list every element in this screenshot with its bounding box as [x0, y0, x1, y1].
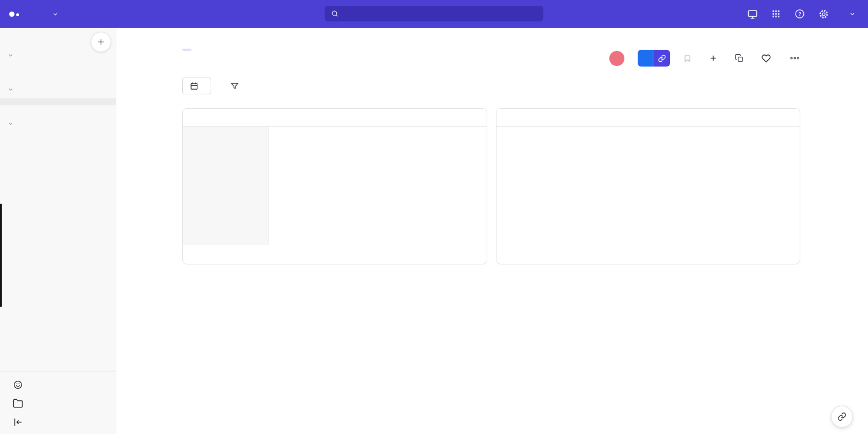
logo-dot-small: [16, 13, 19, 16]
sidebar: [0, 28, 116, 434]
chart-legend: [502, 131, 794, 137]
more-actions-button[interactable]: [789, 54, 801, 62]
favorites-empty-hint: [0, 64, 116, 71]
chevron-down-icon: [849, 11, 855, 17]
line-chart-card: [496, 108, 800, 264]
search-input[interactable]: [325, 6, 543, 21]
duplicate-button[interactable]: [735, 54, 748, 62]
sidebar-section-favorites: [0, 53, 116, 71]
title-block: [182, 43, 192, 53]
collapse-icon: [13, 417, 23, 427]
plus-icon: [97, 38, 105, 46]
sidebar-header: [0, 28, 116, 37]
logo-dot-large: [9, 12, 14, 17]
date-range-group: [182, 78, 211, 94]
card-header: [183, 109, 487, 127]
copy-icon: [735, 54, 744, 62]
header-actions: [609, 50, 801, 67]
funnel-icon: [230, 82, 239, 90]
integrations-icon[interactable]: [746, 8, 759, 20]
more-dots-icon: [790, 56, 800, 60]
sidebar-section-recently-viewed: [0, 87, 116, 105]
bar-chart: [183, 127, 487, 245]
top-navbar: ?: [0, 0, 868, 28]
svg-text:?: ?: [798, 11, 801, 17]
search-icon: [331, 10, 339, 17]
most-viewed-dashboards-button[interactable]: [0, 376, 116, 394]
smiley-icon: [13, 380, 23, 390]
monitor-icon: [747, 9, 758, 20]
sidebar-item-public-podcast-data[interactable]: [0, 133, 116, 139]
report-cards: [182, 108, 801, 264]
sidebar-section-created-by-you: [0, 121, 116, 139]
topnav-right: ?: [746, 8, 868, 20]
add-dashboard-button[interactable]: [91, 32, 111, 52]
folder-icon: [13, 398, 23, 409]
all-dashboards-button[interactable]: [0, 394, 116, 413]
mixpanel-logo[interactable]: [9, 12, 19, 17]
settings-button[interactable]: [817, 8, 830, 20]
project-selector[interactable]: [844, 11, 855, 17]
add-report-button[interactable]: [709, 54, 722, 62]
section-header-favorites[interactable]: [0, 53, 116, 58]
sidebar-item-public-podcast-data[interactable]: [0, 98, 116, 105]
save-icon: [683, 54, 692, 62]
link-icon: [837, 412, 847, 421]
link-icon: [658, 54, 666, 62]
calendar-icon: [190, 82, 198, 90]
filter-button[interactable]: [230, 82, 244, 90]
avatar[interactable]: [609, 51, 624, 66]
section-header-recently-viewed[interactable]: [0, 87, 116, 92]
favorite-button[interactable]: [762, 54, 775, 63]
main-content: [116, 28, 868, 434]
nav-reports[interactable]: [49, 12, 58, 17]
grid-icon: [771, 9, 781, 19]
line-chart: [502, 140, 794, 233]
line-chart-body: [496, 127, 800, 234]
share-button[interactable]: [638, 50, 653, 67]
legend-swatch: [644, 131, 649, 137]
primary-nav: [32, 12, 75, 17]
date-toolbar: [182, 78, 801, 94]
share-split-button: [638, 50, 670, 67]
heart-icon: [762, 54, 771, 63]
bar-chart-card: [182, 108, 487, 264]
collapse-sidebar-button[interactable]: [0, 413, 116, 431]
notification-badge: [803, 6, 808, 12]
apps-grid-icon[interactable]: [770, 8, 782, 20]
chevron-down-icon: [8, 87, 13, 92]
share-link-button[interactable]: [653, 50, 670, 67]
screen-edge-artifact: [0, 204, 2, 307]
plus-icon: [709, 54, 717, 62]
chevron-down-icon: [8, 53, 13, 58]
save-button[interactable]: [683, 54, 696, 62]
sidebar-footer: [0, 372, 116, 431]
section-header-created-by-you[interactable]: [0, 121, 116, 126]
date-range-button[interactable]: [183, 78, 211, 94]
page-header: [182, 43, 801, 67]
visibility-badge: [182, 49, 192, 51]
chevron-down-icon: [8, 121, 13, 126]
chevron-down-icon: [53, 12, 58, 17]
help-button[interactable]: ?: [793, 8, 806, 20]
card-header: [496, 109, 800, 127]
gear-icon: [818, 9, 829, 20]
floating-link-button[interactable]: [831, 406, 853, 428]
